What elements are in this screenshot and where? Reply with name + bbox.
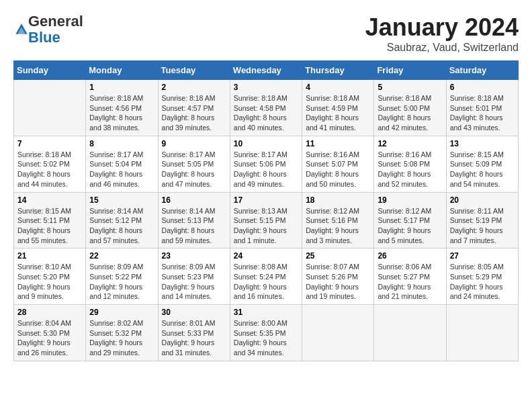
calendar-cell: 22Sunrise: 8:09 AM Sunset: 5:22 PM Dayli…	[86, 248, 158, 305]
day-info: Sunrise: 8:01 AM Sunset: 5:33 PM Dayligh…	[162, 318, 226, 358]
day-number: 16	[162, 195, 226, 205]
calendar-cell: 6Sunrise: 8:18 AM Sunset: 5:01 PM Daylig…	[446, 80, 518, 136]
day-info: Sunrise: 8:08 AM Sunset: 5:24 PM Dayligh…	[234, 262, 298, 302]
day-number: 3	[234, 83, 298, 92]
day-info: Sunrise: 8:10 AM Sunset: 5:20 PM Dayligh…	[17, 262, 82, 302]
calendar-cell: 30Sunrise: 8:01 AM Sunset: 5:33 PM Dayli…	[158, 305, 230, 361]
week-row-3: 14Sunrise: 8:15 AM Sunset: 5:11 PM Dayli…	[14, 192, 519, 248]
calendar-cell: 28Sunrise: 8:04 AM Sunset: 5:30 PM Dayli…	[14, 305, 86, 361]
day-number: 8	[89, 139, 154, 148]
calendar-title: January 2024	[365, 13, 519, 42]
calendar-cell: 21Sunrise: 8:10 AM Sunset: 5:20 PM Dayli…	[14, 248, 86, 305]
calendar-cell	[14, 80, 86, 136]
day-info: Sunrise: 8:00 AM Sunset: 5:35 PM Dayligh…	[234, 318, 298, 358]
calendar-cell	[446, 305, 518, 361]
calendar-header: SundayMondayTuesdayWednesdayThursdayFrid…	[14, 61, 519, 80]
day-info: Sunrise: 8:12 AM Sunset: 5:16 PM Dayligh…	[306, 206, 370, 246]
day-info: Sunrise: 8:17 AM Sunset: 5:05 PM Dayligh…	[162, 150, 226, 189]
calendar-cell: 4Sunrise: 8:18 AM Sunset: 4:59 PM Daylig…	[302, 80, 374, 136]
day-info: Sunrise: 8:09 AM Sunset: 5:22 PM Dayligh…	[89, 262, 154, 302]
day-number: 6	[450, 83, 515, 92]
day-number: 5	[378, 83, 442, 92]
day-info: Sunrise: 8:07 AM Sunset: 5:26 PM Dayligh…	[306, 262, 370, 302]
calendar-cell: 10Sunrise: 8:17 AM Sunset: 5:06 PM Dayli…	[230, 136, 302, 192]
header-row: SundayMondayTuesdayWednesdayThursdayFrid…	[14, 61, 519, 80]
day-number: 17	[234, 195, 298, 205]
calendar-cell: 15Sunrise: 8:14 AM Sunset: 5:12 PM Dayli…	[86, 192, 158, 248]
calendar-cell: 16Sunrise: 8:14 AM Sunset: 5:13 PM Dayli…	[158, 192, 230, 248]
day-number: 28	[17, 308, 82, 317]
day-number: 31	[234, 308, 298, 317]
calendar-cell: 31Sunrise: 8:00 AM Sunset: 5:35 PM Dayli…	[230, 305, 302, 361]
day-number: 13	[450, 139, 515, 148]
day-info: Sunrise: 8:16 AM Sunset: 5:07 PM Dayligh…	[306, 150, 370, 189]
logo-general-text: General	[28, 13, 83, 30]
day-number: 9	[162, 139, 226, 148]
day-number: 1	[89, 83, 154, 92]
week-row-2: 7Sunrise: 8:18 AM Sunset: 5:02 PM Daylig…	[14, 136, 519, 192]
calendar-cell: 26Sunrise: 8:06 AM Sunset: 5:27 PM Dayli…	[374, 248, 446, 305]
day-info: Sunrise: 8:05 AM Sunset: 5:29 PM Dayligh…	[450, 262, 515, 302]
day-number: 22	[89, 251, 154, 261]
calendar-cell: 3Sunrise: 8:18 AM Sunset: 4:58 PM Daylig…	[230, 80, 302, 136]
week-row-5: 28Sunrise: 8:04 AM Sunset: 5:30 PM Dayli…	[14, 305, 519, 361]
day-number: 24	[234, 251, 298, 261]
day-number: 26	[378, 251, 442, 261]
day-info: Sunrise: 8:15 AM Sunset: 5:09 PM Dayligh…	[450, 150, 515, 189]
header-sunday: Sunday	[14, 61, 86, 80]
calendar-cell: 1Sunrise: 8:18 AM Sunset: 4:56 PM Daylig…	[86, 80, 158, 136]
calendar-cell: 12Sunrise: 8:16 AM Sunset: 5:08 PM Dayli…	[374, 136, 446, 192]
day-number: 19	[378, 195, 442, 205]
day-info: Sunrise: 8:02 AM Sunset: 5:32 PM Dayligh…	[89, 318, 154, 358]
day-info: Sunrise: 8:18 AM Sunset: 4:59 PM Dayligh…	[306, 93, 370, 133]
logo-icon	[15, 23, 28, 36]
day-number: 20	[450, 195, 515, 205]
day-info: Sunrise: 8:14 AM Sunset: 5:12 PM Dayligh…	[89, 206, 154, 246]
day-info: Sunrise: 8:17 AM Sunset: 5:04 PM Dayligh…	[89, 150, 154, 189]
day-number: 4	[306, 83, 370, 92]
calendar-cell: 19Sunrise: 8:12 AM Sunset: 5:17 PM Dayli…	[374, 192, 446, 248]
day-info: Sunrise: 8:16 AM Sunset: 5:08 PM Dayligh…	[378, 150, 442, 189]
calendar-cell	[374, 305, 446, 361]
day-number: 14	[17, 195, 82, 205]
day-info: Sunrise: 8:17 AM Sunset: 5:06 PM Dayligh…	[234, 150, 298, 189]
day-info: Sunrise: 8:15 AM Sunset: 5:11 PM Dayligh…	[17, 206, 82, 246]
header-friday: Friday	[374, 61, 446, 80]
calendar-cell: 9Sunrise: 8:17 AM Sunset: 5:05 PM Daylig…	[158, 136, 230, 192]
day-number: 27	[450, 251, 515, 261]
header-monday: Monday	[86, 61, 158, 80]
day-number: 15	[89, 195, 154, 205]
day-info: Sunrise: 8:18 AM Sunset: 5:02 PM Dayligh…	[17, 150, 82, 189]
day-number: 7	[17, 139, 82, 148]
day-info: Sunrise: 8:12 AM Sunset: 5:17 PM Dayligh…	[378, 206, 442, 246]
calendar-cell: 24Sunrise: 8:08 AM Sunset: 5:24 PM Dayli…	[230, 248, 302, 305]
day-info: Sunrise: 8:18 AM Sunset: 5:01 PM Dayligh…	[450, 93, 515, 133]
week-row-4: 21Sunrise: 8:10 AM Sunset: 5:20 PM Dayli…	[14, 248, 519, 305]
calendar-cell: 27Sunrise: 8:05 AM Sunset: 5:29 PM Dayli…	[446, 248, 518, 305]
day-number: 10	[234, 139, 298, 148]
calendar-cell: 25Sunrise: 8:07 AM Sunset: 5:26 PM Dayli…	[302, 248, 374, 305]
day-number: 30	[162, 308, 226, 317]
header-thursday: Thursday	[302, 61, 374, 80]
calendar-cell	[302, 305, 374, 361]
day-info: Sunrise: 8:14 AM Sunset: 5:13 PM Dayligh…	[162, 206, 226, 246]
day-info: Sunrise: 8:18 AM Sunset: 4:57 PM Dayligh…	[162, 93, 226, 133]
day-info: Sunrise: 8:18 AM Sunset: 4:58 PM Dayligh…	[234, 93, 298, 133]
page-header: General Blue January 2024 Saubraz, Vaud,…	[13, 13, 519, 54]
calendar-body: 1Sunrise: 8:18 AM Sunset: 4:56 PM Daylig…	[14, 80, 519, 361]
day-number: 21	[17, 251, 82, 261]
calendar-cell: 5Sunrise: 8:18 AM Sunset: 5:00 PM Daylig…	[374, 80, 446, 136]
calendar-subtitle: Saubraz, Vaud, Switzerland	[365, 42, 519, 54]
calendar-cell: 18Sunrise: 8:12 AM Sunset: 5:16 PM Dayli…	[302, 192, 374, 248]
title-block: January 2024 Saubraz, Vaud, Switzerland	[365, 13, 519, 54]
calendar-cell: 23Sunrise: 8:09 AM Sunset: 5:23 PM Dayli…	[158, 248, 230, 305]
day-info: Sunrise: 8:04 AM Sunset: 5:30 PM Dayligh…	[17, 318, 82, 358]
header-saturday: Saturday	[446, 61, 518, 80]
day-number: 25	[306, 251, 370, 261]
day-number: 18	[306, 195, 370, 205]
calendar-table: SundayMondayTuesdayWednesdayThursdayFrid…	[13, 60, 519, 361]
calendar-cell: 17Sunrise: 8:13 AM Sunset: 5:15 PM Dayli…	[230, 192, 302, 248]
logo: General Blue	[13, 13, 83, 46]
calendar-cell: 7Sunrise: 8:18 AM Sunset: 5:02 PM Daylig…	[14, 136, 86, 192]
calendar-cell: 2Sunrise: 8:18 AM Sunset: 4:57 PM Daylig…	[158, 80, 230, 136]
